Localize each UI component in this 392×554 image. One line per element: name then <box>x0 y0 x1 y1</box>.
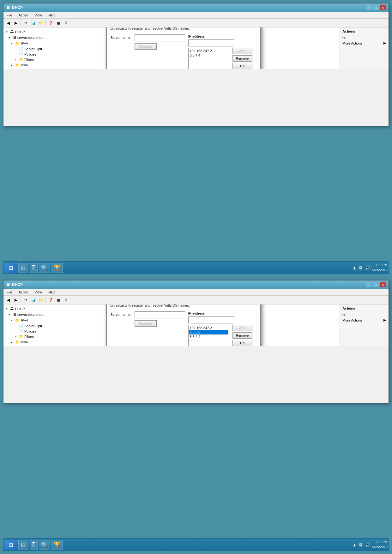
ip-entry-2[interactable]: . . . <box>188 316 234 323</box>
ip-seg4-2[interactable] <box>224 318 233 322</box>
ip-list-area-2: 192.168.247.2 8.8.8.8 8.8.4.4 Add Remove <box>188 325 256 346</box>
back-toolbar-btn-2[interactable]: ◀ <box>5 297 12 304</box>
ip-list-item-2c[interactable]: 8.8.4.4 <box>189 334 228 339</box>
window-titlebar-1: 📋 DHCP ─ □ ✕ <box>3 3 389 12</box>
menu-view-2[interactable]: View <box>33 290 44 295</box>
clock-time-2: 9:08 PM <box>372 540 388 545</box>
resolve-btn-1[interactable]: Resolve <box>135 43 157 50</box>
forward-toolbar-btn-2[interactable]: ▶ <box>12 297 19 304</box>
toolbar-btn-d-1[interactable]: ❓ <box>47 20 54 27</box>
taskbar-1: ⊞ 🗂 Σ 🔍 🏆 ▲ 🖥 🔊 9:06 PM 5/26/2019 <box>3 261 389 274</box>
menu-bar-1: File Action View Help <box>3 12 389 19</box>
toolbar-btn-a-1[interactable]: 🗂 <box>22 20 29 27</box>
dialog-note1-1: Entering server IP addresses here enable… <box>111 27 256 31</box>
sigma-icon-2: Σ <box>32 541 35 548</box>
ip-seg1-2[interactable] <box>189 318 198 322</box>
trophy-icon-1: 🏆 <box>54 264 61 271</box>
menu-file-2[interactable]: File <box>5 290 14 295</box>
menu-file-1[interactable]: File <box>5 13 14 18</box>
window-title-icon-1: 📋 <box>6 5 11 10</box>
minimize-button-1[interactable]: ─ <box>366 5 372 10</box>
back-toolbar-btn-1[interactable]: ◀ <box>5 20 12 27</box>
tray-arrow-icon-2[interactable]: ▲ <box>352 542 357 547</box>
toolbar-btn-a-2[interactable]: 🗂 <box>22 297 29 304</box>
trophy-icon-2: 🏆 <box>54 541 61 548</box>
menu-help-1[interactable]: Help <box>46 13 57 18</box>
tray-vol-icon-1[interactable]: 🔊 <box>365 265 370 270</box>
toolbar-btn-e-1[interactable]: ▦ <box>55 20 62 27</box>
ip-list-item-2b-selected[interactable]: 8.8.8.8 <box>189 330 228 334</box>
search-icon-2: 🔍 <box>41 541 48 548</box>
add-btn-1[interactable]: Add <box>232 48 252 54</box>
dhcp-window-2: 📋 DHCP ─ □ ✕ File Action View Help ◀ ▶ 🗂… <box>3 280 389 403</box>
dialog-form-1: Server name: Resolve IP address: <box>111 34 256 69</box>
taskbar-trophy-btn-1[interactable]: 🏆 <box>51 263 63 273</box>
clock-date-2: 5/26/2019 <box>372 545 388 550</box>
ip-list-item-2a[interactable]: 192.168.247.2 <box>189 326 228 330</box>
toolbar-btn-c-1[interactable]: 📁 <box>37 20 44 27</box>
dialog-note1-text-2: Entering server IP addresses here enable… <box>111 304 256 308</box>
toolbar-btn-c-2[interactable]: 📁 <box>37 297 44 304</box>
taskbar-search-btn-2[interactable]: 🔍 <box>39 540 50 550</box>
ip-seg4-1[interactable] <box>224 41 233 45</box>
menu-view-1[interactable]: View <box>33 13 44 18</box>
toolbar-btn-b-2[interactable]: 📊 <box>30 297 37 304</box>
start-button-1[interactable]: ⊞ <box>4 263 17 273</box>
resolve-btn-2[interactable]: Resolve <box>135 320 157 327</box>
ip-seg3-2[interactable] <box>213 318 221 322</box>
menu-bar-2: File Action View Help <box>3 289 389 296</box>
maximize-button-1[interactable]: □ <box>373 5 379 10</box>
ip-list-2[interactable]: 192.168.247.2 8.8.8.8 8.8.4.4 <box>188 325 229 346</box>
start-button-2[interactable]: ⊞ <box>4 540 17 550</box>
ip-list-item-1a[interactable]: 192.168.247.2 <box>189 49 228 53</box>
server-name-input-1[interactable] <box>135 34 185 41</box>
maximize-button-2[interactable]: □ <box>373 282 379 287</box>
dialog-body-2: WINS Servers Computers running Windows c… <box>107 304 260 346</box>
close-button-2[interactable]: ✕ <box>380 282 386 287</box>
clock-date-1: 5/26/2019 <box>372 268 388 273</box>
taskbar-sigma-btn-2[interactable]: Σ <box>30 540 38 550</box>
server-name-input-2[interactable] <box>135 311 185 318</box>
ip-side-buttons-2: Add Remove Up Down <box>232 325 252 346</box>
minimize-button-2[interactable]: ─ <box>366 282 372 287</box>
taskbar-tray-1: ▲ 🖥 🔊 9:06 PM 5/26/2019 <box>352 263 388 273</box>
up-btn-2[interactable]: Up <box>232 340 252 346</box>
ip-seg2-2[interactable] <box>201 318 210 322</box>
menu-help-2[interactable]: Help <box>46 290 57 295</box>
remove-btn-2[interactable]: Remove <box>232 332 252 339</box>
taskbar-trophy-btn-2[interactable]: 🏆 <box>51 540 63 550</box>
dialog-note1-2: Entering server IP addresses here enable… <box>111 304 256 308</box>
wizard-dialog-2: New Scope Wizard ✕ WINS Servers Computer… <box>106 304 261 346</box>
toolbar-btn-d-2[interactable]: ❓ <box>47 297 54 304</box>
taskbar-sigma-btn-1[interactable]: Σ <box>30 263 38 273</box>
remove-btn-1[interactable]: Remove <box>232 55 252 62</box>
explorer-icon-1: 🗂 <box>21 264 26 271</box>
toolbar-btn-f-2[interactable]: 🖥 <box>62 297 69 304</box>
ip-seg3-1[interactable] <box>213 41 221 45</box>
tray-vol-icon-2[interactable]: 🔊 <box>365 542 370 547</box>
up-btn-1[interactable]: Up <box>232 63 252 69</box>
ip-seg1-1[interactable] <box>189 41 198 45</box>
tray-arrow-icon-1[interactable]: ▲ <box>352 265 357 270</box>
forward-toolbar-btn-1[interactable]: ▶ <box>12 20 19 27</box>
ip-entry-1[interactable]: . . . <box>188 39 234 46</box>
taskbar-explorer-btn-2[interactable]: 🗂 <box>18 540 28 550</box>
menu-action-2[interactable]: Action <box>17 290 30 295</box>
taskbar-explorer-btn-1[interactable]: 🗂 <box>18 263 28 273</box>
ip-dot1-1: . <box>199 41 200 45</box>
close-button-1[interactable]: ✕ <box>380 5 386 10</box>
tray-network-icon-1[interactable]: 🖥 <box>359 265 363 270</box>
explorer-icon-2: 🗂 <box>21 541 26 548</box>
ip-seg2-1[interactable] <box>201 41 210 45</box>
ip-list-item-1b[interactable]: 8.8.4.4 <box>189 53 228 57</box>
toolbar-btn-e-2[interactable]: ▦ <box>55 297 62 304</box>
toolbar-btn-b-1[interactable]: 📊 <box>30 20 37 27</box>
menu-action-1[interactable]: Action <box>17 13 30 18</box>
ip-dot1-2: . <box>199 318 200 322</box>
toolbar-btn-f-1[interactable]: 🖥 <box>62 20 69 27</box>
tray-network-icon-2[interactable]: 🖥 <box>359 542 363 547</box>
ip-dot2-1: . <box>211 41 212 45</box>
ip-list-1[interactable]: 192.168.247.2 8.8.4.4 <box>188 48 229 69</box>
add-btn-2[interactable]: Add <box>232 325 252 331</box>
taskbar-search-btn-1[interactable]: 🔍 <box>39 263 50 273</box>
